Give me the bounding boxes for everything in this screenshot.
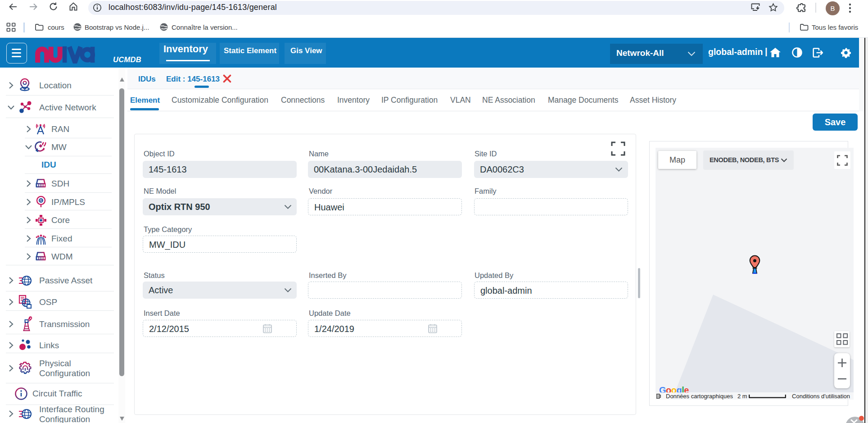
svg-text:IP: IP <box>40 199 43 202</box>
